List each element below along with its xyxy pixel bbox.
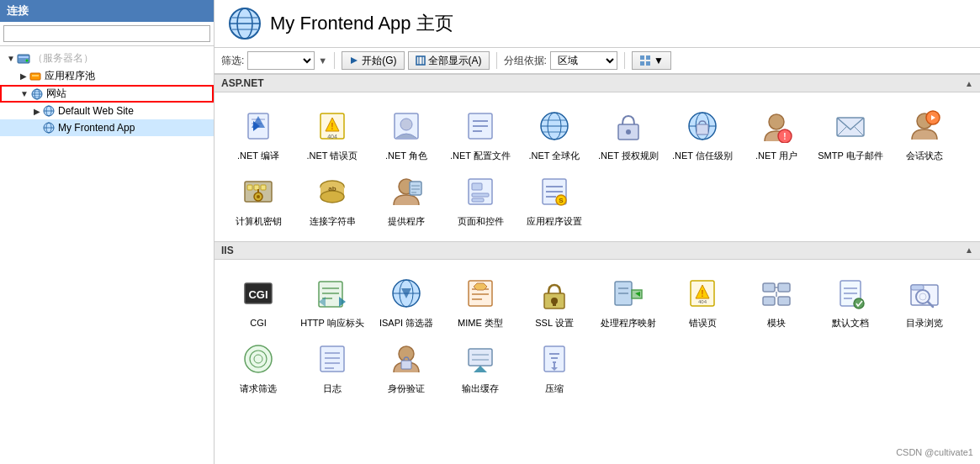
outputcache-label: 输出缓存 <box>462 382 499 394</box>
aspnet-section: ASP.NET ▲ .NET 编译 <box>215 74 980 241</box>
net-role-label: .NET 角色 <box>385 150 427 161</box>
iis-item-outputcache[interactable]: 输出缓存 <box>443 334 517 399</box>
iis-item-reqfilter[interactable]: 请求筛选 <box>221 334 295 399</box>
svg-text:!: ! <box>331 122 333 131</box>
pagecontrol-icon <box>460 171 501 212</box>
toolbar-divider-3 <box>624 52 625 69</box>
sidebar-header: 连接 <box>0 0 214 22</box>
compress-label: 压缩 <box>545 382 564 394</box>
aspnet-item-net-compile[interactable]: .NET 编译 <box>221 101 295 166</box>
aspnet-item-appsettings[interactable]: S 应用程序设置 <box>517 166 591 232</box>
net-trust-icon <box>682 106 723 146</box>
filter-select[interactable] <box>247 51 315 70</box>
filter-label: 筛选: <box>221 54 244 68</box>
svg-rect-76 <box>410 182 421 195</box>
aspnet-item-net-auth[interactable]: .NET 授权规则 <box>591 101 665 166</box>
net-auth-icon <box>608 106 649 146</box>
iis-item-handler[interactable]: 处理程序映射 <box>591 268 665 334</box>
expand-arrow-defaultsite: ▶ <box>34 107 40 116</box>
aspnet-item-connstring[interactable]: ab 连接字符串 <box>295 166 369 232</box>
group-select[interactable]: 区域 <box>550 51 617 70</box>
expand-arrow-websites: ▼ <box>20 89 29 98</box>
aspnet-item-net-config[interactable]: .NET 配置文件 <box>443 101 517 166</box>
defaultsite-label: Default Web Site <box>58 105 134 117</box>
auth-label: 身份验证 <box>388 382 425 394</box>
session-icon <box>904 106 945 146</box>
sidebar-item-myfrontend[interactable]: ▶ My Frontend App <box>0 119 214 136</box>
svg-point-73 <box>320 191 344 203</box>
iis-section-name: IIS <box>221 245 234 256</box>
aspnet-item-provider[interactable]: 提供程序 <box>369 166 443 232</box>
sidebar-item-apppool[interactable]: ▶ 应用程序池 <box>0 67 214 85</box>
aspnet-item-net-user[interactable]: ! .NET 用户 <box>739 101 813 166</box>
aspnet-item-session[interactable]: 会话状态 <box>887 101 961 166</box>
svg-rect-26 <box>646 55 650 60</box>
svg-point-129 <box>854 298 864 308</box>
aspnet-item-net-role[interactable]: .NET 角色 <box>369 101 443 166</box>
sidebar-item-defaultsite[interactable]: ▶ Default Web Site <box>0 103 214 119</box>
dirbrowse-icon <box>904 273 945 314</box>
sidebar-search-input[interactable] <box>3 25 210 42</box>
start-button[interactable]: 开始(G) <box>342 51 404 70</box>
myfrontend-label: My Frontend App <box>58 122 135 134</box>
svg-rect-54 <box>697 124 708 134</box>
svg-rect-0 <box>18 55 29 63</box>
aspnet-item-smtp[interactable]: SMTP 电子邮件 <box>813 101 887 166</box>
aspnet-collapse-btn[interactable]: ▲ <box>965 79 973 88</box>
myfrontend-icon <box>42 121 56 134</box>
svg-rect-1 <box>19 56 29 58</box>
provider-label: 提供程序 <box>388 215 425 227</box>
machinekey-label: 计算机密钥 <box>236 215 282 227</box>
cgi-icon: CGI <box>238 273 278 314</box>
compress-icon <box>534 339 575 379</box>
net-error-label: .NET 错误页 <box>307 150 358 161</box>
main-area: My Frontend App 主页 筛选: ▼ 开始(G) 全部显示(A) 分… <box>215 0 980 464</box>
content-area: ASP.NET ▲ .NET 编译 <box>215 74 980 464</box>
aspnet-item-net-trust[interactable]: .NET 信任级别 <box>665 101 739 166</box>
iis-item-isapi[interactable]: ISAPI 筛选器 <box>369 268 443 334</box>
svg-rect-67 <box>261 185 266 190</box>
defaultdoc-label: 默认文档 <box>832 317 869 329</box>
logging-icon <box>312 339 352 379</box>
iis-item-ssl[interactable]: SSL 设置 <box>517 268 591 334</box>
svg-text:!: ! <box>701 289 703 298</box>
iis-item-compress[interactable]: 压缩 <box>517 334 591 399</box>
iis-item-http-headers[interactable]: HTTP 响应标头 <box>295 268 369 334</box>
net-trust-label: .NET 信任级别 <box>672 150 733 161</box>
svg-marker-149 <box>474 366 487 372</box>
view-button[interactable]: ▼ <box>632 51 671 70</box>
handler-label: 处理程序映射 <box>601 317 656 329</box>
iis-item-logging[interactable]: 日志 <box>295 334 369 399</box>
expand-arrow-root: ▼ <box>7 54 15 63</box>
showall-icon <box>416 55 426 66</box>
appsettings-label: 应用程序设置 <box>527 215 582 227</box>
iis-item-auth[interactable]: 身份验证 <box>369 334 443 399</box>
svg-point-39 <box>400 119 412 130</box>
iis-item-defaultdoc[interactable]: 默认文档 <box>813 268 887 334</box>
svg-rect-145 <box>401 361 411 369</box>
websites-icon <box>30 87 44 101</box>
iis-icon-grid: CGI CGI <box>215 260 980 409</box>
iis-item-errorpage[interactable]: ! 404 错误页 <box>665 268 739 334</box>
svg-text:!: ! <box>783 132 786 141</box>
showall-label: 全部显示(A) <box>428 54 482 68</box>
iis-item-modules[interactable]: 模块 <box>739 268 813 334</box>
handler-icon <box>608 273 649 314</box>
show-all-button[interactable]: 全部显示(A) <box>408 51 490 70</box>
iis-collapse-btn[interactable]: ▲ <box>965 245 973 255</box>
sidebar-item-websites[interactable]: ▼ 网站 <box>0 85 214 103</box>
iis-item-dirbrowse[interactable]: 目录浏览 <box>887 268 961 334</box>
aspnet-item-net-global[interactable]: .NET 全球化 <box>517 101 591 166</box>
view-dropdown-arrow: ▼ <box>654 55 664 66</box>
iis-item-cgi[interactable]: CGI CGI <box>221 268 295 334</box>
aspnet-item-machinekey[interactable]: 计算机密钥 <box>221 166 295 232</box>
iis-item-mime[interactable]: MIME 类型 <box>443 268 517 334</box>
errorpage-icon: ! 404 <box>682 273 723 314</box>
defaultsite-icon <box>42 104 56 118</box>
aspnet-item-net-error[interactable]: ! 404 .NET 错误页 <box>295 101 369 166</box>
svg-rect-82 <box>472 193 489 197</box>
aspnet-item-pagecontrol[interactable]: 页面和控件 <box>443 166 517 232</box>
svg-point-55 <box>769 114 784 129</box>
sidebar-item-root[interactable]: ▼ （服务器名） <box>0 50 214 67</box>
svg-point-144 <box>399 346 414 361</box>
